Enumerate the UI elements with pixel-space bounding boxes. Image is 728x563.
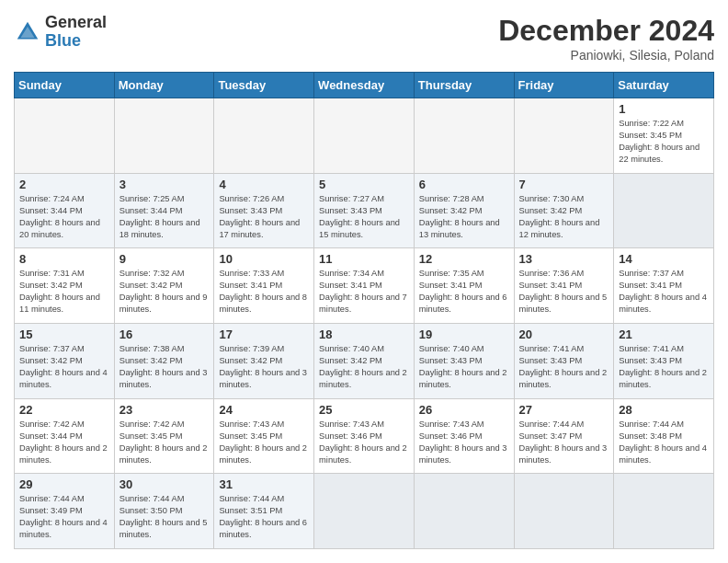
calendar-cell: 28Sunrise: 7:44 AMSunset: 3:48 PMDayligh… [614,398,714,474]
day-info: Sunrise: 7:35 AMSunset: 3:41 PMDaylight:… [419,268,509,316]
day-info: Sunrise: 7:43 AMSunset: 3:46 PMDaylight:… [419,419,509,466]
day-info: Sunrise: 7:36 AMSunset: 3:41 PMDaylight:… [519,268,609,316]
logo: General Blue [14,14,107,51]
day-number: 17 [219,327,309,341]
col-header-thursday: Thursday [414,73,514,98]
calendar-cell: 21Sunrise: 7:41 AMSunset: 3:43 PMDayligh… [614,323,714,398]
day-number: 10 [219,252,309,266]
calendar-table: SundayMondayTuesdayWednesdayThursdayFrid… [14,72,714,549]
calendar-cell: 8Sunrise: 7:31 AMSunset: 3:42 PMDaylight… [15,248,115,324]
day-info: Sunrise: 7:34 AMSunset: 3:41 PMDaylight:… [319,268,409,316]
logo-text: General Blue [45,14,107,51]
calendar-week-row: 8Sunrise: 7:31 AMSunset: 3:42 PMDaylight… [15,248,714,324]
day-number: 2 [19,178,109,191]
page: General Blue December 2024 Paniowki, Sil… [0,0,728,563]
calendar-cell [314,98,415,174]
day-info: Sunrise: 7:41 AMSunset: 3:43 PMDaylight:… [619,343,709,391]
day-number: 11 [319,252,409,266]
calendar-cell: 19Sunrise: 7:40 AMSunset: 3:43 PMDayligh… [414,323,514,398]
calendar-cell: 15Sunrise: 7:37 AMSunset: 3:42 PMDayligh… [15,323,115,398]
col-header-sunday: Sunday [15,73,115,98]
day-info: Sunrise: 7:27 AMSunset: 3:43 PMDaylight:… [319,193,409,241]
day-info: Sunrise: 7:40 AMSunset: 3:43 PMDaylight:… [419,343,509,391]
subtitle: Paniowki, Silesia, Poland [498,48,714,63]
day-info: Sunrise: 7:42 AMSunset: 3:45 PMDaylight:… [119,419,210,466]
calendar-header-row: SundayMondayTuesdayWednesdayThursdayFrid… [15,73,714,98]
calendar-cell: 17Sunrise: 7:39 AMSunset: 3:42 PMDayligh… [214,323,314,398]
day-number: 8 [19,252,109,266]
day-info: Sunrise: 7:37 AMSunset: 3:41 PMDaylight:… [619,268,709,316]
day-number: 3 [119,178,210,191]
calendar-cell: 26Sunrise: 7:43 AMSunset: 3:46 PMDayligh… [414,398,514,474]
calendar-week-row: 2Sunrise: 7:24 AMSunset: 3:44 PMDaylight… [15,173,714,248]
calendar-cell: 31Sunrise: 7:44 AMSunset: 3:51 PMDayligh… [214,474,314,549]
calendar-cell [15,98,115,174]
calendar-cell: 11Sunrise: 7:34 AMSunset: 3:41 PMDayligh… [314,248,415,324]
day-info: Sunrise: 7:24 AMSunset: 3:44 PMDaylight:… [19,193,109,241]
day-info: Sunrise: 7:38 AMSunset: 3:42 PMDaylight:… [119,343,210,391]
day-info: Sunrise: 7:28 AMSunset: 3:42 PMDaylight:… [419,193,509,241]
calendar-week-row: 15Sunrise: 7:37 AMSunset: 3:42 PMDayligh… [15,323,714,398]
calendar-cell: 18Sunrise: 7:40 AMSunset: 3:42 PMDayligh… [314,323,415,398]
calendar-cell: 7Sunrise: 7:30 AMSunset: 3:42 PMDaylight… [514,173,614,248]
day-number: 6 [419,178,509,191]
col-header-tuesday: Tuesday [214,73,314,98]
day-number: 24 [219,403,309,417]
calendar-cell [214,98,314,174]
day-number: 29 [19,477,109,491]
day-info: Sunrise: 7:41 AMSunset: 3:43 PMDaylight:… [519,343,609,391]
day-info: Sunrise: 7:25 AMSunset: 3:44 PMDaylight:… [119,193,210,241]
day-info: Sunrise: 7:44 AMSunset: 3:50 PMDaylight:… [119,493,210,541]
day-number: 23 [119,403,210,417]
day-number: 26 [419,403,509,417]
day-info: Sunrise: 7:44 AMSunset: 3:47 PMDaylight:… [519,419,609,466]
day-number: 1 [619,102,709,116]
calendar-cell: 29Sunrise: 7:44 AMSunset: 3:49 PMDayligh… [15,474,115,549]
logo-general: General [45,14,107,32]
day-number: 14 [619,252,709,266]
day-number: 27 [519,403,609,417]
title-block: December 2024 Paniowki, Silesia, Poland [498,14,714,63]
calendar-cell: 22Sunrise: 7:42 AMSunset: 3:44 PMDayligh… [15,398,115,474]
calendar-cell [514,474,614,549]
day-number: 13 [519,252,609,266]
calendar-cell [114,98,214,174]
col-header-wednesday: Wednesday [314,73,415,98]
day-info: Sunrise: 7:22 AMSunset: 3:45 PMDaylight:… [619,118,709,166]
calendar-cell [414,474,514,549]
calendar-cell: 13Sunrise: 7:36 AMSunset: 3:41 PMDayligh… [514,248,614,324]
day-number: 30 [119,477,210,491]
calendar-week-row: 22Sunrise: 7:42 AMSunset: 3:44 PMDayligh… [15,398,714,474]
calendar-cell: 10Sunrise: 7:33 AMSunset: 3:41 PMDayligh… [214,248,314,324]
calendar-cell: 16Sunrise: 7:38 AMSunset: 3:42 PMDayligh… [114,323,214,398]
day-number: 21 [619,327,709,341]
calendar-cell: 5Sunrise: 7:27 AMSunset: 3:43 PMDaylight… [314,173,415,248]
calendar-cell: 4Sunrise: 7:26 AMSunset: 3:43 PMDaylight… [214,173,314,248]
calendar-cell: 3Sunrise: 7:25 AMSunset: 3:44 PMDaylight… [114,173,214,248]
day-info: Sunrise: 7:44 AMSunset: 3:51 PMDaylight:… [219,493,309,541]
day-info: Sunrise: 7:44 AMSunset: 3:49 PMDaylight:… [19,493,109,541]
day-number: 5 [319,178,409,191]
col-header-saturday: Saturday [614,73,714,98]
calendar-week-row: 29Sunrise: 7:44 AMSunset: 3:49 PMDayligh… [15,474,714,549]
calendar-cell [514,98,614,174]
day-number: 20 [519,327,609,341]
calendar-cell: 6Sunrise: 7:28 AMSunset: 3:42 PMDaylight… [414,173,514,248]
day-info: Sunrise: 7:44 AMSunset: 3:48 PMDaylight:… [619,419,709,466]
day-info: Sunrise: 7:26 AMSunset: 3:43 PMDaylight:… [219,193,309,241]
calendar-cell: 2Sunrise: 7:24 AMSunset: 3:44 PMDaylight… [15,173,115,248]
calendar-cell: 24Sunrise: 7:43 AMSunset: 3:45 PMDayligh… [214,398,314,474]
day-number: 7 [519,178,609,191]
calendar-cell [314,474,415,549]
day-info: Sunrise: 7:31 AMSunset: 3:42 PMDaylight:… [19,268,109,316]
day-info: Sunrise: 7:32 AMSunset: 3:42 PMDaylight:… [119,268,210,316]
day-number: 18 [319,327,409,341]
day-number: 4 [219,178,309,191]
day-info: Sunrise: 7:33 AMSunset: 3:41 PMDaylight:… [219,268,309,316]
day-info: Sunrise: 7:43 AMSunset: 3:45 PMDaylight:… [219,419,309,466]
logo-icon [14,18,41,46]
day-number: 9 [119,252,210,266]
calendar-cell: 1Sunrise: 7:22 AMSunset: 3:45 PMDaylight… [614,98,714,174]
calendar-cell: 30Sunrise: 7:44 AMSunset: 3:50 PMDayligh… [114,474,214,549]
calendar-cell: 23Sunrise: 7:42 AMSunset: 3:45 PMDayligh… [114,398,214,474]
